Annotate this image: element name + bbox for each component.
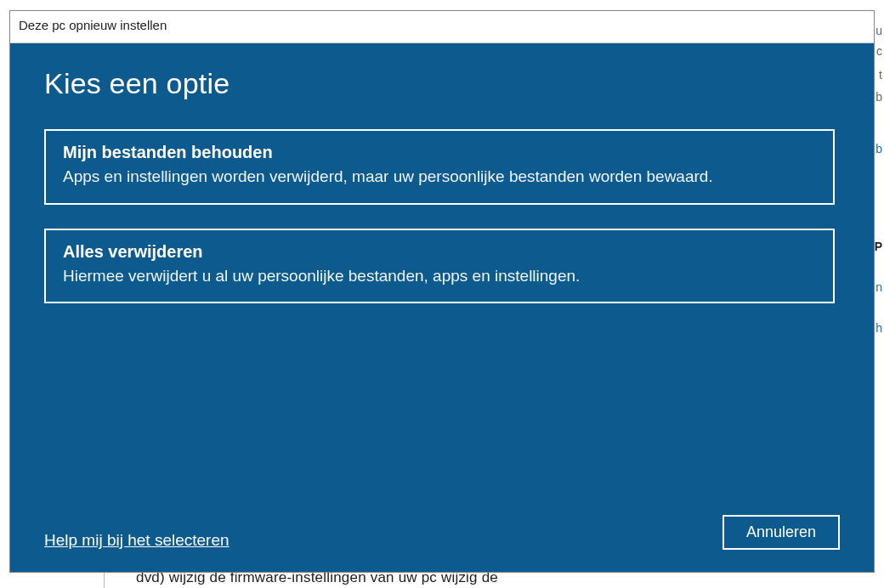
option-remove-all-title: Alles verwijderen [63,242,816,262]
dialog-title: Deze pc opnieuw instellen [10,11,874,43]
dialog-body: Kies een optie Mijn bestanden behouden A… [10,43,874,572]
option-keep-files[interactable]: Mijn bestanden behouden Apps en instelli… [44,129,835,205]
option-keep-files-title: Mijn bestanden behouden [63,143,816,162]
dialog-footer: Help mij bij het selecteren Annuleren [44,515,840,553]
help-link[interactable]: Help mij bij het selecteren [44,531,230,550]
reset-pc-dialog: Deze pc opnieuw instellen Kies een optie… [9,10,875,573]
page-heading: Kies een optie [44,67,840,100]
option-remove-all[interactable]: Alles verwijderen Hiermee verwijdert u a… [44,229,835,304]
option-remove-all-desc: Hiermee verwijdert u al uw persoonlijke … [63,265,816,287]
cancel-button[interactable]: Annuleren [722,515,840,550]
option-keep-files-desc: Apps en instellingen worden verwijderd, … [63,166,816,188]
